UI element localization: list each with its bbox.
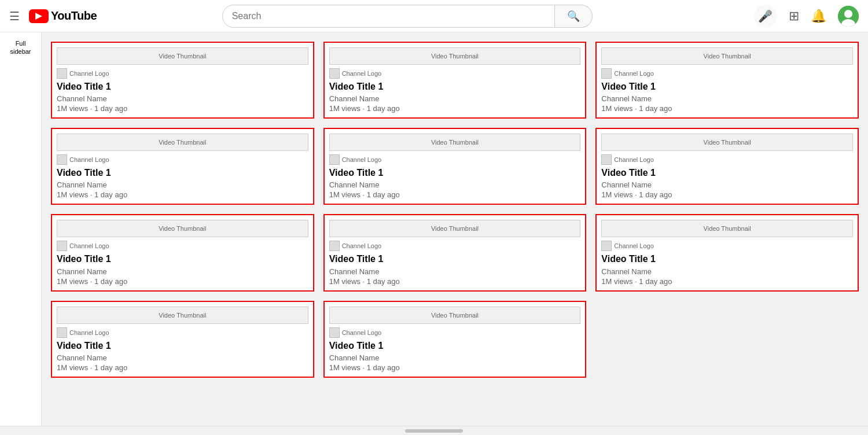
channel-logo: Channel Logo — [601, 241, 853, 251]
bottom-scrollbar-thumb[interactable] — [405, 429, 463, 433]
video-thumbnail: Video Thumbnail — [329, 307, 581, 324]
video-meta: 1M views · 1 day ago — [601, 277, 853, 286]
mic-button[interactable]: 🎤 — [754, 5, 777, 28]
menu-icon[interactable]: ☰ — [9, 9, 20, 23]
search-icon: 🔍 — [567, 10, 580, 23]
channel-logo: Channel Logo — [601, 154, 853, 165]
channel-logo: Channel Logo — [329, 241, 581, 251]
video-card[interactable]: Video Thumbnail Channel Logo Video Title… — [323, 128, 587, 205]
video-meta: 1M views · 1 day ago — [57, 104, 308, 113]
video-card[interactable]: Video Thumbnail Channel Logo Video Title… — [323, 42, 587, 119]
channel-logo: Channel Logo — [601, 68, 853, 79]
create-button[interactable]: ⊞ — [789, 9, 799, 24]
logo-link[interactable]: YouTube — [29, 9, 97, 23]
video-meta: 1M views · 1 day ago — [601, 104, 853, 113]
search-input-wrapper — [222, 5, 555, 28]
channel-logo: Channel Logo — [57, 154, 308, 165]
svg-point-1 — [844, 10, 852, 18]
channel-logo: Channel Logo — [329, 68, 581, 79]
sidebar-label: Full sidebar — [0, 37, 41, 58]
channel-logo: Channel Logo — [329, 327, 581, 338]
video-title: Video Title 1 — [601, 81, 853, 92]
header-left: ☰ YouTube — [9, 9, 137, 23]
header: ☰ YouTube 🔍 🎤 ⊞ 🔔 — [0, 0, 868, 32]
video-meta: 1M views · 1 day ago — [57, 277, 308, 286]
video-title: Video Title 1 — [329, 167, 581, 178]
video-thumbnail: Video Thumbnail — [57, 220, 308, 237]
video-title: Video Title 1 — [57, 81, 308, 92]
video-card[interactable]: Video Thumbnail Channel Logo Video Title… — [595, 128, 859, 205]
video-title: Video Title 1 — [601, 253, 853, 264]
video-title: Video Title 1 — [329, 81, 581, 92]
video-card[interactable]: Video Thumbnail Channel Logo Video Title… — [51, 42, 314, 119]
video-grid: Video Thumbnail Channel Logo Video Title… — [51, 42, 859, 378]
search-input[interactable] — [232, 11, 545, 21]
main-container: Full sidebar Video Thumbnail Channel Log… — [0, 32, 868, 435]
video-feed: Video Thumbnail Channel Logo Video Title… — [42, 32, 868, 435]
video-thumbnail: Video Thumbnail — [329, 134, 581, 151]
video-title: Video Title 1 — [57, 253, 308, 264]
video-title: Video Title 1 — [57, 167, 308, 178]
channel-logo: Channel Logo — [57, 68, 308, 79]
channel-name: Channel Name — [329, 267, 581, 276]
header-right: 🎤 ⊞ 🔔 — [754, 5, 859, 28]
video-thumbnail: Video Thumbnail — [329, 47, 581, 65]
video-meta: 1M views · 1 day ago — [601, 190, 853, 199]
video-thumbnail: Video Thumbnail — [57, 307, 308, 324]
video-meta: 1M views · 1 day ago — [57, 190, 308, 199]
bottom-scrollbar-bar — [0, 426, 868, 435]
video-thumbnail: Video Thumbnail — [601, 220, 853, 237]
video-meta: 1M views · 1 day ago — [329, 363, 581, 372]
mic-icon: 🎤 — [758, 9, 773, 23]
video-meta: 1M views · 1 day ago — [57, 363, 308, 372]
channel-name: Channel Name — [601, 180, 853, 189]
video-meta: 1M views · 1 day ago — [329, 190, 581, 199]
video-title: Video Title 1 — [601, 167, 853, 178]
video-meta: 1M views · 1 day ago — [329, 277, 581, 286]
channel-logo: Channel Logo — [57, 327, 308, 338]
video-card[interactable]: Video Thumbnail Channel Logo Video Title… — [51, 128, 314, 205]
notifications-button[interactable]: 🔔 — [811, 9, 826, 24]
video-card[interactable]: Video Thumbnail Channel Logo Video Title… — [595, 214, 859, 291]
channel-name: Channel Name — [57, 353, 308, 362]
channel-name: Channel Name — [57, 180, 308, 189]
channel-name: Channel Name — [601, 267, 853, 276]
video-thumbnail: Video Thumbnail — [329, 220, 581, 237]
youtube-logo-icon — [29, 9, 49, 23]
video-card[interactable]: Video Thumbnail Channel Logo Video Title… — [595, 42, 859, 119]
video-card[interactable]: Video Thumbnail Channel Logo Video Title… — [323, 214, 587, 291]
search-form: 🔍 — [222, 5, 593, 28]
channel-name: Channel Name — [57, 94, 308, 103]
video-card[interactable]: Video Thumbnail Channel Logo Video Title… — [51, 214, 314, 291]
avatar-image — [838, 6, 859, 27]
video-thumbnail: Video Thumbnail — [57, 47, 308, 65]
search-button[interactable]: 🔍 — [555, 5, 593, 28]
video-card[interactable]: Video Thumbnail Channel Logo Video Title… — [323, 301, 587, 378]
youtube-logo-text: YouTube — [51, 9, 97, 23]
video-card[interactable]: Video Thumbnail Channel Logo Video Title… — [51, 301, 314, 378]
channel-name: Channel Name — [57, 267, 308, 276]
video-title: Video Title 1 — [329, 340, 581, 351]
sidebar: Full sidebar — [0, 32, 42, 435]
video-meta: 1M views · 1 day ago — [329, 104, 581, 113]
video-thumbnail: Video Thumbnail — [601, 134, 853, 151]
video-thumbnail: Video Thumbnail — [601, 47, 853, 65]
video-title: Video Title 1 — [57, 340, 308, 351]
channel-name: Channel Name — [329, 180, 581, 189]
channel-logo: Channel Logo — [57, 241, 308, 251]
channel-name: Channel Name — [601, 94, 853, 103]
video-title: Video Title 1 — [329, 253, 581, 264]
video-thumbnail: Video Thumbnail — [57, 134, 308, 151]
user-avatar[interactable] — [838, 6, 859, 27]
channel-logo: Channel Logo — [329, 154, 581, 165]
channel-name: Channel Name — [329, 94, 581, 103]
channel-name: Channel Name — [329, 353, 581, 362]
search-area: 🔍 — [222, 5, 593, 28]
